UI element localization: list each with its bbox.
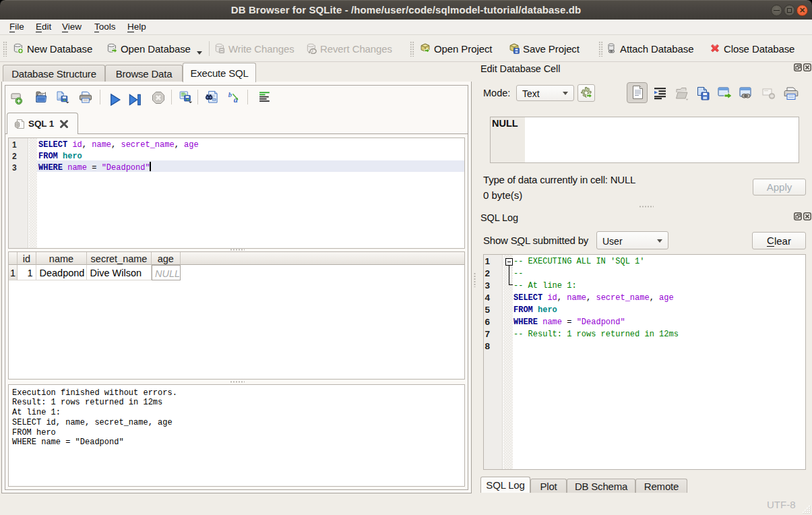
svg-text:b: b bbox=[228, 91, 232, 98]
